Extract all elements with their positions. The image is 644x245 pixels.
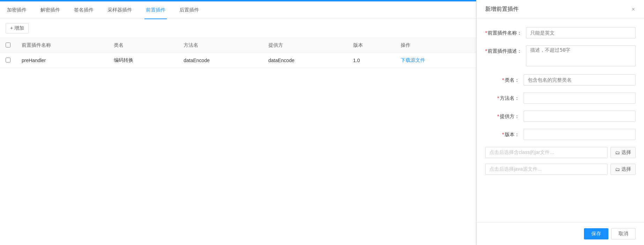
jar-placeholder-text: 点击后选择含class的jar文件... [489, 149, 554, 156]
form-item-name: *前置插件名称： [485, 27, 636, 38]
col-header-name: 前置插件名称 [16, 38, 108, 53]
jar-upload-row: 点击后选择含class的jar文件... 🗂 选择 [485, 147, 636, 158]
tabs-bar: 加密插件 解密插件 签名插件 采样器插件 前置插件 后置插件 [0, 1, 476, 19]
label-version: *版本： [485, 129, 524, 140]
required-star-desc: * [485, 48, 487, 54]
col-header-class: 类名 [108, 38, 178, 53]
required-star-method: * [497, 95, 499, 101]
drawer-body: *前置插件名称： *前置插件描述： *类名： [477, 19, 644, 222]
java-placeholder-text: 点击后选择java源文件... [489, 166, 541, 172]
label-class: *类名： [485, 74, 524, 86]
tab-encrypt[interactable]: 加密插件 [6, 2, 28, 19]
control-provider [524, 111, 636, 122]
tab-pre[interactable]: 前置插件 [145, 2, 167, 19]
label-provider: *提供方： [485, 111, 524, 122]
download-source-button[interactable]: 下载源文件 [401, 57, 425, 64]
java-file-display: 点击后选择java源文件... [485, 164, 608, 175]
folder-icon-2: 🗂 [615, 166, 620, 172]
col-header-method: 方法名 [178, 38, 263, 53]
label-name: *前置插件名称： [485, 27, 526, 38]
form-item-desc: *前置插件描述： [485, 45, 636, 67]
form-item-version: *版本： [485, 129, 636, 140]
tab-decrypt[interactable]: 解密插件 [39, 2, 61, 19]
control-class [524, 74, 636, 86]
row-class: 编码转换 [108, 53, 178, 68]
drawer-footer: 保存 取消 [477, 222, 644, 245]
tab-post[interactable]: 后置插件 [178, 2, 200, 19]
col-header-version: 版本 [348, 38, 395, 53]
row-checkbox[interactable] [6, 58, 10, 62]
form-item-method: *方法名： [485, 92, 636, 104]
row-name: preHandler [16, 53, 108, 68]
drawer-header: 新增前置插件 × [477, 0, 644, 19]
table-container: 前置插件名称 类名 方法名 提供方 版本 操作 preHandler [0, 38, 476, 245]
input-plugin-name[interactable] [526, 27, 636, 38]
input-method[interactable] [524, 92, 636, 104]
left-panel: 加密插件 解密插件 签名插件 采样器插件 前置插件 后置插件 + 增加 前置插件… [0, 0, 476, 245]
tab-sampler[interactable]: 采样器插件 [106, 2, 133, 19]
form-item-provider: *提供方： [485, 111, 636, 122]
table-header-row: 前置插件名称 类名 方法名 提供方 版本 操作 [0, 38, 476, 53]
required-star-version: * [502, 132, 504, 137]
jar-select-button[interactable]: 🗂 选择 [610, 147, 636, 158]
label-method: *方法名： [485, 92, 524, 104]
cancel-button[interactable]: 取消 [611, 228, 636, 239]
col-header-provider: 提供方 [263, 38, 348, 53]
required-star-name: * [485, 30, 487, 36]
add-button[interactable]: + 增加 [6, 23, 29, 34]
java-upload-row: 点击后选择java源文件... 🗂 选择 [485, 164, 636, 175]
row-action: 下载源文件 [395, 53, 476, 68]
control-method [524, 92, 636, 104]
drawer-close-button[interactable]: × [631, 6, 636, 13]
form-item-class: *类名： [485, 74, 636, 86]
required-star-class: * [502, 77, 504, 83]
control-name [526, 27, 636, 38]
row-checkbox-cell [0, 53, 16, 68]
row-method: dataEncode [178, 53, 263, 68]
drawer-title: 新增前置插件 [485, 6, 519, 13]
tab-sign[interactable]: 签名插件 [73, 2, 95, 19]
control-desc [526, 45, 636, 67]
input-provider[interactable] [524, 111, 636, 122]
row-version: 1.0 [348, 53, 395, 68]
input-version[interactable] [524, 129, 636, 140]
required-star-provider: * [497, 113, 499, 119]
col-header-action: 操作 [395, 38, 476, 53]
jar-file-display: 点击后选择含class的jar文件... [485, 147, 608, 158]
drawer-panel: 新增前置插件 × *前置插件名称： *前置插件描述： [476, 0, 644, 245]
input-class[interactable] [524, 74, 636, 86]
input-plugin-desc[interactable] [526, 45, 636, 66]
col-header-checkbox [0, 38, 16, 53]
java-select-button[interactable]: 🗂 选择 [610, 164, 636, 175]
label-desc: *前置插件描述： [485, 45, 526, 57]
save-button[interactable]: 保存 [584, 228, 608, 239]
row-provider: dataEncode [263, 53, 348, 68]
toolbar: + 增加 [0, 19, 476, 38]
table-row: preHandler 编码转换 dataEncode dataEncode 1.… [0, 53, 476, 68]
select-all-checkbox[interactable] [6, 43, 10, 47]
jar-select-label: 选择 [621, 149, 631, 156]
plugins-table: 前置插件名称 类名 方法名 提供方 版本 操作 preHandler [0, 38, 476, 68]
folder-icon: 🗂 [615, 150, 620, 155]
control-version [524, 129, 636, 140]
java-select-label: 选择 [621, 166, 631, 172]
